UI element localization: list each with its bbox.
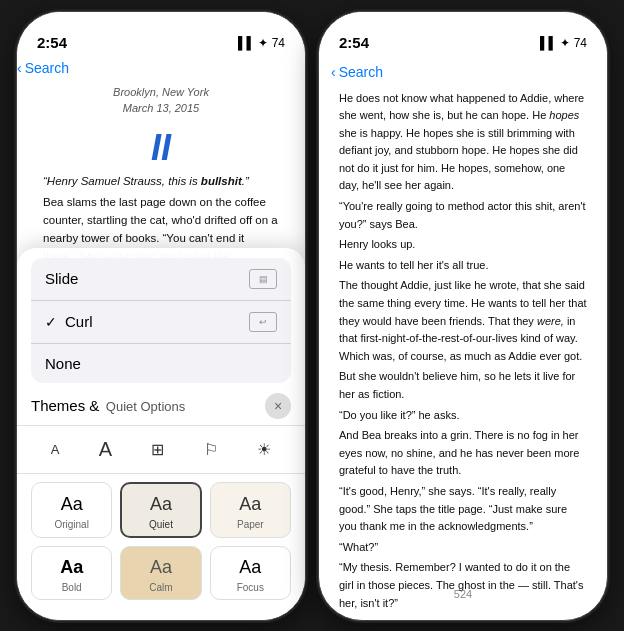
none-label: None bbox=[45, 355, 277, 372]
transition-menu: Slide ▤ ✓ Curl ↩ None bbox=[31, 258, 291, 383]
chapter-number: II bbox=[35, 127, 287, 169]
theme-bold-sample: Aa bbox=[60, 557, 83, 578]
slide-label: Slide bbox=[45, 270, 249, 287]
phones-container: 2:54 ▌▌ ✦ 74 ‹ Search Brooklyn, New York… bbox=[16, 11, 608, 621]
left-back-label: Search bbox=[25, 60, 69, 76]
theme-paper-sample: Aa bbox=[239, 494, 261, 515]
page-number: 524 bbox=[319, 588, 607, 600]
right-book-text: He does not know what happened to Addie,… bbox=[319, 84, 607, 612]
theme-focus-sample: Aa bbox=[239, 557, 261, 578]
left-phone: 2:54 ▌▌ ✦ 74 ‹ Search Brooklyn, New York… bbox=[16, 11, 306, 621]
quiet-option-label: Quiet Options bbox=[106, 399, 186, 414]
left-status-icons: ▌▌ ✦ 74 bbox=[238, 36, 285, 50]
themes-label: Themes & bbox=[31, 397, 99, 414]
right-back-button[interactable]: ‹ Search bbox=[331, 64, 383, 80]
layout-button[interactable]: ⊞ bbox=[143, 436, 172, 463]
close-button[interactable]: × bbox=[265, 393, 291, 419]
theme-quiet-sample: Aa bbox=[150, 494, 172, 515]
theme-quiet-name: Quiet bbox=[149, 519, 173, 530]
right-nav-bar: ‹ Search bbox=[319, 60, 607, 84]
theme-calm-name: Calm bbox=[149, 582, 172, 593]
theme-focus-card[interactable]: Aa Focus bbox=[210, 546, 291, 600]
right-back-label: Search bbox=[339, 64, 383, 80]
theme-original-sample: Aa bbox=[61, 494, 83, 515]
left-time: 2:54 bbox=[37, 34, 67, 51]
theme-paper-name: Paper bbox=[237, 519, 264, 530]
themes-grid: Aa Original Aa Quiet Aa Paper Aa Bold Aa bbox=[17, 482, 305, 600]
right-phone: 2:54 ▌▌ ✦ 74 ‹ Search He does not know w… bbox=[318, 11, 608, 621]
theme-paper-card[interactable]: Aa Paper bbox=[210, 482, 291, 538]
font-increase-button[interactable]: A bbox=[91, 434, 120, 465]
right-status-icons: ▌▌ ✦ 74 bbox=[540, 36, 587, 50]
right-status-bar: 2:54 ▌▌ ✦ 74 bbox=[319, 12, 607, 60]
chevron-left-icon: ‹ bbox=[17, 60, 22, 76]
theme-quiet-card[interactable]: Aa Quiet bbox=[120, 482, 201, 538]
theme-calm-sample: Aa bbox=[150, 557, 172, 578]
font-decrease-button[interactable]: A bbox=[43, 438, 68, 461]
left-nav-bar: ‹ Search bbox=[17, 60, 305, 76]
right-time: 2:54 bbox=[339, 34, 369, 51]
themes-section-label: Themes & Quiet Options bbox=[31, 397, 185, 415]
brightness-button[interactable]: ☀ bbox=[249, 436, 279, 463]
curl-checkmark: ✓ bbox=[45, 314, 57, 330]
chapter-location: Brooklyn, New York bbox=[55, 84, 267, 101]
chapter-header: Brooklyn, New York March 13, 2015 bbox=[35, 76, 287, 123]
curl-icon: ↩ bbox=[249, 312, 277, 332]
curl-label: Curl bbox=[65, 313, 249, 330]
theme-bold-card[interactable]: Aa Bold bbox=[31, 546, 112, 600]
right-chevron-left-icon: ‹ bbox=[331, 64, 336, 80]
themes-header: Themes & Quiet Options × bbox=[17, 391, 305, 425]
theme-original-card[interactable]: Aa Original bbox=[31, 482, 112, 538]
theme-original-name: Original bbox=[54, 519, 88, 530]
overlay-panel: Slide ▤ ✓ Curl ↩ None Themes & Quiet Opt… bbox=[17, 248, 305, 620]
left-status-bar: 2:54 ▌▌ ✦ 74 bbox=[17, 12, 305, 60]
theme-focus-name: Focus bbox=[237, 582, 264, 593]
left-back-button[interactable]: ‹ Search bbox=[17, 60, 305, 76]
chapter-date: March 13, 2015 bbox=[55, 100, 267, 117]
toolbar-row: A A ⊞ ⚐ ☀ bbox=[17, 425, 305, 474]
theme-calm-card[interactable]: Aa Calm bbox=[120, 546, 201, 600]
none-menu-item[interactable]: None bbox=[31, 344, 291, 383]
curl-menu-item[interactable]: ✓ Curl ↩ bbox=[31, 301, 291, 344]
slide-menu-item[interactable]: Slide ▤ bbox=[31, 258, 291, 301]
slide-icon: ▤ bbox=[249, 269, 277, 289]
theme-bold-name: Bold bbox=[62, 582, 82, 593]
bookmark-button[interactable]: ⚐ bbox=[196, 436, 226, 463]
